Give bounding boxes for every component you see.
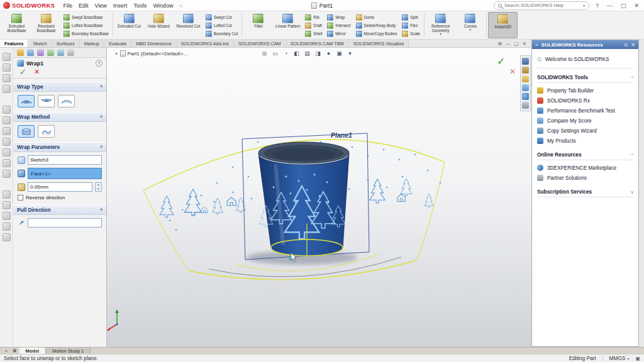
document-minimize-icon[interactable]: — [506, 41, 511, 47]
analytical-method-toggle[interactable] [18, 125, 35, 138]
commandmanager-tab[interactable]: Markup [80, 40, 104, 47]
menu-item[interactable]: View [91, 1, 109, 10]
ribbon-button[interactable]: Boundary Boss/Base [61, 30, 111, 38]
ribbon-flyout-button[interactable]: Curves ▾ [455, 12, 485, 38]
document-maximize-icon[interactable]: ⊞ [498, 41, 502, 47]
section-view-icon[interactable]: ◧ [292, 49, 301, 57]
ribbon-button[interactable]: Scale [399, 30, 423, 38]
confirm-cancel-button[interactable]: ✕ [509, 67, 516, 76]
pane-toggle-icon[interactable]: ▣ [635, 356, 640, 361]
deboss-toggle[interactable] [38, 95, 55, 107]
design-library-icon[interactable] [522, 67, 529, 74]
ribbon-button[interactable]: Rib [303, 13, 325, 21]
target-face-selection[interactable]: Face<1> [28, 168, 102, 179]
ribbon-button[interactable]: Delete/Keep Body [353, 21, 400, 30]
menu-item[interactable]: Insert [110, 1, 131, 10]
zoom-area-icon[interactable]: ▭ [270, 49, 280, 57]
ribbon-button[interactable]: Extruded Boss/Base [2, 12, 31, 38]
tools-section-header[interactable]: SOLIDWORKS Tools ^ [537, 69, 633, 83]
menu-item[interactable]: Window [150, 1, 176, 10]
commandmanager-tab[interactable]: MBD Dimensions [131, 40, 176, 47]
search-input[interactable] [504, 3, 580, 8]
ribbon-button[interactable]: Swept Boss/Base [61, 13, 111, 21]
commandmanager-tab[interactable]: SOLIDWORKS CAM [234, 40, 286, 47]
task-pane-link[interactable]: Property Tab Builder [537, 85, 633, 96]
ribbon-button[interactable]: Flex [399, 21, 423, 30]
commandmanager-tab[interactable]: Surfaces [52, 40, 80, 47]
pin-icon[interactable]: ⊙ [624, 42, 628, 48]
view-palette-icon[interactable] [522, 84, 529, 91]
resources-icon[interactable] [522, 58, 529, 65]
configuration-manager-tab-icon[interactable] [37, 49, 44, 56]
ribbon-button[interactable]: Draft [303, 21, 325, 30]
ribbon-button[interactable]: Dome [353, 13, 400, 21]
hide-show-items-icon[interactable]: ● [324, 49, 333, 57]
ribbon-button[interactable]: Shell [303, 30, 325, 38]
document-restore-icon[interactable]: ▢ [514, 41, 519, 47]
commandmanager-tab[interactable]: Sketch [28, 40, 52, 47]
feature-manager-tab-icon[interactable] [17, 49, 24, 56]
commandmanager-tab[interactable]: SOLIDWORKS Add-Ins [177, 40, 234, 47]
ribbon-button[interactable]: Fillet [243, 12, 273, 38]
appearances-icon[interactable] [522, 93, 529, 100]
commandmanager-tab[interactable]: Features [0, 40, 28, 47]
ribbon-flyout-button[interactable]: Reference Geometry ▾ [426, 12, 455, 38]
menu-item[interactable]: Tools [130, 1, 150, 10]
commandmanager-tab[interactable]: Evaluate [104, 40, 131, 47]
model-scene[interactable]: Plane1 [107, 48, 531, 347]
zoom-fit-icon[interactable]: ◎ [260, 49, 269, 57]
task-pane-link[interactable]: Copy Settings Wizard [537, 126, 633, 136]
close-icon[interactable]: ✕ [632, 3, 641, 9]
display-style-icon[interactable]: ◨ [313, 49, 323, 57]
emboss-toggle[interactable] [18, 95, 35, 107]
wrap-parameters-section-header[interactable]: Wrap Parameters ^ [13, 142, 106, 152]
help-icon[interactable]: ? [594, 3, 601, 9]
pull-direction-section-header[interactable]: Pull Direction ^ [13, 205, 106, 215]
subscription-section-header[interactable]: Subscription Services v [537, 183, 633, 197]
custom-properties-icon[interactable] [522, 102, 529, 109]
favorites-star-icon[interactable]: ☆ [178, 3, 183, 9]
toolbar-icon[interactable] [3, 53, 11, 61]
toolbar-icon[interactable] [3, 233, 11, 241]
ribbon-button[interactable]: Extruded Cut [114, 12, 144, 38]
ribbon-button[interactable]: Swept Cut [203, 13, 241, 21]
toolbar-icon[interactable] [3, 63, 11, 72]
ribbon-button[interactable]: Linear Pattern [273, 12, 303, 38]
task-pane-link[interactable]: My Products [537, 136, 633, 146]
task-pane-link[interactable]: SOLIDWORKS Rx [537, 96, 633, 106]
menu-item[interactable]: Edit [75, 1, 92, 10]
close-pane-icon[interactable]: ✕ [631, 42, 635, 48]
dimxpert-manager-tab-icon[interactable] [47, 49, 54, 56]
ribbon-button[interactable]: Revolved Boss/Base [31, 12, 61, 38]
search-dropdown-icon[interactable]: ▾ [583, 3, 585, 8]
unit-system-selector[interactable]: MMGS ▾ [609, 355, 630, 361]
ribbon-button[interactable]: Mirror [325, 30, 353, 38]
pull-direction-field[interactable] [28, 218, 102, 228]
edit-appearance-icon[interactable]: ▣ [335, 49, 344, 57]
spline-surface-method-toggle[interactable] [38, 125, 55, 138]
wrap-type-section-header[interactable]: Wrap Type ^ [13, 82, 106, 92]
ribbon-button[interactable]: Move/Copy Bodies [353, 30, 400, 38]
breadcrumb[interactable]: ▸ Part1 (Default<<Default>... [116, 50, 187, 57]
toolbar-icon[interactable] [3, 116, 11, 124]
task-pane-link[interactable]: Performance Benchmark Test [537, 106, 633, 116]
help-icon[interactable]: ? [96, 60, 103, 67]
ribbon-button[interactable]: Revolved Cut [174, 12, 203, 38]
task-pane-link[interactable]: Partner Solutions [537, 173, 633, 183]
scribe-toggle[interactable] [58, 95, 75, 107]
toolbar-icon[interactable] [3, 212, 11, 220]
restore-icon[interactable]: ▢ [619, 3, 628, 9]
collapse-pane-icon[interactable]: « [535, 42, 538, 48]
ribbon-button[interactable]: Intersect [325, 21, 353, 30]
help-search[interactable]: ▾ [494, 1, 589, 10]
toolbar-icon[interactable] [3, 127, 11, 135]
toolbar-icon[interactable] [3, 159, 11, 167]
toolbar-icon[interactable] [3, 170, 11, 178]
cancel-button[interactable]: ✕ [34, 69, 40, 75]
minimize-icon[interactable]: — [605, 3, 614, 9]
ribbon-button[interactable]: Boundary Cut [203, 30, 241, 38]
wrap-method-section-header[interactable]: Wrap Method ^ [13, 112, 106, 122]
toolbar-icon[interactable] [3, 106, 11, 114]
file-explorer-icon[interactable] [522, 75, 529, 82]
menu-item[interactable]: File [60, 1, 75, 10]
